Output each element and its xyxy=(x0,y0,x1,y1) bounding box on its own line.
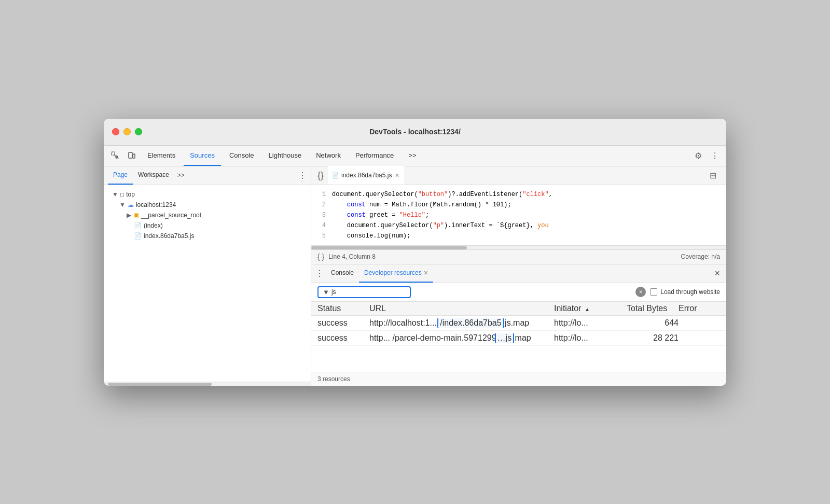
tree-label: (index) xyxy=(144,222,163,229)
pretty-print-icon[interactable]: {} xyxy=(313,168,328,183)
tab-console-bottom[interactable]: Console xyxy=(326,264,359,283)
tree-item-js-file[interactable]: 📄 index.86da7ba5.js xyxy=(104,231,311,241)
format-icon[interactable]: { } xyxy=(317,253,324,261)
file-icon-small: 📄 xyxy=(332,172,339,179)
console-tab-label: Console xyxy=(331,269,354,276)
load-through-website-checkbox[interactable] xyxy=(650,288,657,296)
th-status[interactable]: Status xyxy=(317,304,369,313)
menu-icon[interactable]: ⋮ xyxy=(708,148,722,163)
dev-resources-close-icon[interactable]: × xyxy=(424,269,428,277)
tree-label: top xyxy=(126,191,135,198)
clear-icon: × xyxy=(639,288,643,296)
filter-row: ▼ × Load through website xyxy=(311,283,726,302)
panel-menu-icon[interactable]: ⋮ xyxy=(298,171,307,180)
dev-resources-tab-label: Developer resources xyxy=(364,269,422,276)
code-line-1: 1 document.querySelector("button")?.addE… xyxy=(311,189,726,200)
table-row[interactable]: success http://localhost:1... /index.86d… xyxy=(311,316,726,331)
sidebar-toggle-icon[interactable]: ⊟ xyxy=(706,168,720,183)
tree-item-parcel-root[interactable]: ▶ ▣ __parcel_source_root xyxy=(104,210,311,220)
bytes-col-label: Total Bytes xyxy=(627,304,667,313)
device-toggle-icon[interactable] xyxy=(125,148,139,163)
th-url[interactable]: URL xyxy=(369,304,554,313)
url-highlight-1: /index.86da7ba5 xyxy=(439,318,502,328)
tree-label: index.86da7ba5.js xyxy=(144,232,194,240)
main-content: Page Workspace >> ⋮ ▼ □ top ▼ ☁ localhos… xyxy=(104,166,726,386)
code-file-tab[interactable]: 📄 index.86da7ba5.js × xyxy=(328,166,405,185)
line-content-3: const greet = "Hello"; xyxy=(332,210,726,220)
left-panel: Page Workspace >> ⋮ ▼ □ top ▼ ☁ localhos… xyxy=(104,166,311,386)
traffic-lights xyxy=(112,128,142,135)
initiator-col-label: Initiator xyxy=(554,304,581,313)
line-num-3: 3 xyxy=(311,210,332,220)
bottom-panel-close-icon[interactable]: × xyxy=(712,266,722,281)
file-icon: 📄 xyxy=(134,222,142,229)
code-scrollbar[interactable] xyxy=(311,245,726,249)
th-error[interactable]: Error xyxy=(679,304,720,313)
td-url-2: http... /parcel-demo-main.5971299…js.map xyxy=(369,333,554,343)
maximize-button[interactable] xyxy=(135,128,142,135)
line-num-5: 5 xyxy=(311,231,332,241)
code-tab-close[interactable]: × xyxy=(394,170,400,180)
code-line-3: 3 const greet = "Hello"; xyxy=(311,210,726,220)
right-panel: {} 📄 index.86da7ba5.js × ⊟ 1 document.qu… xyxy=(311,166,726,386)
bottom-tab-menu-icon[interactable]: ⋮ xyxy=(315,269,324,278)
td-url-1: http://localhost:1... /index.86da7ba5.js… xyxy=(369,318,554,328)
window-title: DevTools - localhost:1234/ xyxy=(369,128,461,136)
title-bar: DevTools - localhost:1234/ xyxy=(104,119,726,146)
file-orange-icon: 📄 xyxy=(134,232,142,240)
code-line-2: 2 const num = Math.floor(Math.random() *… xyxy=(311,200,726,210)
tab-performance[interactable]: Performance xyxy=(349,145,400,166)
tab-sources[interactable]: Sources xyxy=(184,145,221,166)
panel-more-icon[interactable]: >> xyxy=(174,172,188,179)
tab-page[interactable]: Page xyxy=(108,166,133,185)
tab-console[interactable]: Console xyxy=(223,145,260,166)
filter-input[interactable] xyxy=(331,288,383,296)
tab-workspace[interactable]: Workspace xyxy=(133,166,174,185)
tab-developer-resources[interactable]: Developer resources × xyxy=(359,264,433,283)
url-suffix-1: .js.map xyxy=(503,318,530,327)
tree-item-index[interactable]: 📄 (index) xyxy=(104,220,311,231)
left-scrollbar-thumb[interactable] xyxy=(108,383,212,386)
url-prefix-1: http://localhost:1... xyxy=(369,318,439,327)
code-editor[interactable]: 1 document.querySelector("button")?.addE… xyxy=(311,185,726,245)
minimize-button[interactable] xyxy=(123,128,131,135)
url-col-label: URL xyxy=(369,304,386,313)
tab-network[interactable]: Network xyxy=(310,145,347,166)
sort-arrow-icon: ▲ xyxy=(585,306,590,312)
tab-more[interactable]: >> xyxy=(402,145,422,166)
td-bytes-1: 644 xyxy=(627,318,679,328)
tree-item-localhost[interactable]: ▼ ☁ localhost:1234 xyxy=(104,200,311,210)
status-bar: { } Line 4, Column 8 Coverage: n/a xyxy=(311,249,726,264)
code-line-5: 5 console.log(num); xyxy=(311,231,726,241)
tree-item-top[interactable]: ▼ □ top xyxy=(104,189,311,200)
bottom-tab-bar: ⋮ Console Developer resources × × xyxy=(311,264,726,283)
line-num-4: 4 xyxy=(311,220,332,231)
expand-icon: ▼ xyxy=(119,201,126,208)
table-row[interactable]: success http... /parcel-demo-main.597129… xyxy=(311,331,726,346)
bottom-panel: ⋮ Console Developer resources × × ▼ xyxy=(311,264,726,386)
left-scrollbar[interactable] xyxy=(104,382,311,386)
close-button[interactable] xyxy=(112,128,119,135)
code-tab-filename: index.86da7ba5.js xyxy=(341,172,392,179)
th-initiator[interactable]: Initiator ▲ xyxy=(554,304,627,313)
code-line-4: 4 document.querySelector("p").innerText … xyxy=(311,220,726,231)
tab-elements[interactable]: Elements xyxy=(141,145,182,166)
tab-lighthouse[interactable]: Lighthouse xyxy=(262,145,308,166)
devtools-window: DevTools - localhost:1234/ Elements Sour… xyxy=(104,119,726,386)
line-content-1: document.querySelector("button")?.addEve… xyxy=(332,189,726,200)
table-header: Status URL Initiator ▲ Total Bytes Error xyxy=(311,302,726,316)
filter-funnel-icon: ▼ xyxy=(323,288,329,296)
file-tree: ▼ □ top ▼ ☁ localhost:1234 ▶ ▣ __parcel_… xyxy=(104,185,311,382)
settings-icon[interactable]: ⚙ xyxy=(691,148,706,163)
status-col-label: Status xyxy=(317,304,341,313)
url-highlight-2: …js xyxy=(496,333,513,343)
url-prefix-2: http... /parcel-demo-main.5971299 xyxy=(369,333,496,342)
filter-input-wrapper: ▼ xyxy=(317,286,411,298)
th-bytes[interactable]: Total Bytes xyxy=(627,304,679,313)
coverage-status: Coverage: n/a xyxy=(681,253,720,260)
filter-clear-button[interactable]: × xyxy=(635,287,646,297)
svg-rect-1 xyxy=(129,152,132,158)
toolbar-right: ⚙ ⋮ xyxy=(691,148,722,163)
cloud-icon: ☁ xyxy=(128,201,134,208)
inspect-element-icon[interactable] xyxy=(108,148,122,163)
